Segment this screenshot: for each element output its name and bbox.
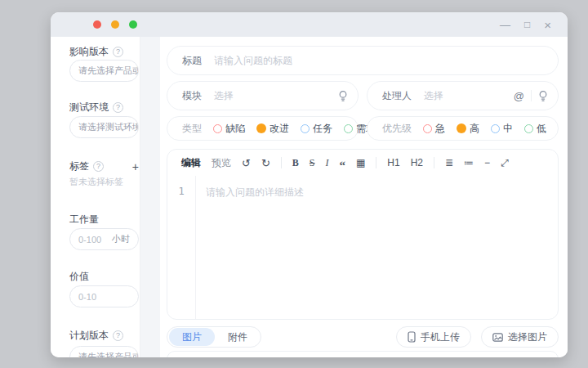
numbered-list-icon[interactable]: ≔ [464, 158, 474, 168]
blockquote-icon[interactable]: “ [340, 163, 346, 168]
lightbulb-icon[interactable] [538, 90, 548, 102]
radio-selected-icon [457, 123, 466, 133]
help-icon[interactable]: ? [93, 161, 104, 172]
tags-label: 标签 ? [69, 160, 104, 173]
horizontal-rule-icon[interactable]: − [484, 158, 490, 168]
description-placeholder: 请输入问题的详细描述 [196, 176, 304, 319]
table-icon[interactable]: ▦ [356, 158, 365, 168]
editor-toolbar: 编辑 预览 ↺ ↻ B S I “ ▦ H1 H2 ≣ ≔ − [167, 150, 558, 176]
title-label: 标题 [182, 54, 202, 68]
phone-icon [408, 331, 416, 343]
upload-dropzone[interactable] [167, 351, 559, 357]
app-window: — □ × 影响版本 ? 请先选择产品或模块 测试环境 ? 请选择测试环境 [51, 12, 568, 357]
phone-upload-button[interactable]: 手机上传 [396, 326, 471, 348]
editor-content[interactable]: 1 请输入问题的详细描述 [167, 176, 558, 319]
tab-files[interactable]: 附件 [215, 328, 261, 346]
priority-option-low[interactable]: 低 [524, 122, 546, 136]
titlebar: — □ × [51, 12, 568, 37]
help-icon[interactable]: ? [113, 47, 123, 57]
minimize-icon[interactable]: — [500, 20, 510, 30]
planned-version-select[interactable]: 请先选择产品或模块 [69, 346, 139, 357]
heading1-icon[interactable]: H1 [387, 158, 399, 168]
test-env-label: 测试环境 ? [69, 101, 140, 114]
tab-preview[interactable]: 预览 [212, 156, 231, 170]
traffic-lights [93, 20, 137, 29]
module-label: 模块 [182, 89, 202, 103]
lightbulb-icon[interactable] [338, 90, 348, 102]
strikethrough-icon[interactable]: S [310, 158, 315, 168]
divider [281, 157, 282, 168]
close-icon[interactable]: × [544, 19, 551, 31]
main-form: 标题 请输入问题的标题 模块 选择 处理人 选择 [160, 37, 568, 357]
radio-icon [423, 124, 432, 133]
radio-icon [344, 124, 353, 133]
type-label: 类型 [182, 122, 202, 136]
value-placeholder: 0-10 [78, 292, 96, 302]
radio-icon [301, 124, 310, 133]
help-icon[interactable]: ? [113, 102, 123, 113]
workload-placeholder: 0-100 [78, 235, 101, 245]
value-input[interactable]: 0-10 [69, 285, 139, 307]
divider [434, 157, 434, 168]
affected-version-label: 影响版本 ? [69, 46, 140, 58]
title-placeholder: 请输入问题的标题 [214, 54, 292, 68]
type-option-defect[interactable]: 缺陷 [213, 122, 245, 136]
close-traffic-light[interactable] [93, 20, 101, 29]
description-editor: 编辑 预览 ↺ ↻ B S I “ ▦ H1 H2 ≣ ≔ − [167, 149, 559, 320]
divider [531, 90, 532, 101]
priority-label: 优先级 [382, 122, 412, 136]
radio-icon [491, 124, 500, 133]
zoom-traffic-light[interactable] [129, 20, 137, 29]
maximize-icon[interactable]: □ [524, 20, 530, 29]
line-number: 1 [167, 176, 196, 319]
help-icon[interactable]: ? [113, 330, 123, 341]
type-option-improve[interactable]: 改进 [256, 122, 289, 136]
bold-icon[interactable]: B [292, 158, 299, 168]
sidebar-main-gutter [140, 37, 160, 357]
tags-empty-text: 暂未选择标签 [69, 176, 140, 188]
planned-version-value: 请先选择产品或模块 [78, 351, 139, 357]
planned-version-label: 计划版本 ? [69, 330, 140, 342]
workload-label: 工作量 [69, 213, 140, 226]
test-env-select[interactable]: 请选择测试环境 [69, 116, 139, 138]
type-option-task[interactable]: 任务 [301, 122, 332, 136]
undo-icon[interactable]: ↺ [242, 158, 251, 168]
tab-images[interactable]: 图片 [169, 328, 215, 346]
priority-field: 优先级 急 高 中 低 [367, 116, 559, 141]
assignee-label: 处理人 [382, 89, 412, 103]
select-image-button[interactable]: 选择图片 [481, 326, 559, 348]
heading2-icon[interactable]: H2 [411, 158, 423, 168]
affected-version-select[interactable]: 请先选择产品或模块 [69, 60, 139, 82]
redo-icon[interactable]: ↻ [261, 158, 270, 168]
image-icon [492, 333, 503, 342]
sidebar: 影响版本 ? 请先选择产品或模块 测试环境 ? 请选择测试环境 标签 ? + [51, 37, 140, 357]
tab-edit[interactable]: 编辑 [181, 156, 201, 170]
italic-icon[interactable]: I [326, 158, 329, 168]
title-field[interactable]: 标题 请输入问题的标题 [167, 46, 559, 75]
module-field[interactable]: 模块 选择 [167, 81, 359, 110]
radio-icon [213, 124, 222, 133]
minimize-traffic-light[interactable] [111, 20, 119, 29]
workload-input[interactable]: 0-100 小时 [69, 228, 139, 250]
workload-unit: 小时 [112, 233, 130, 245]
bullet-list-icon[interactable]: ≣ [445, 158, 453, 168]
module-placeholder: 选择 [214, 89, 234, 103]
test-env-value: 请选择测试环境 [78, 121, 139, 133]
assignee-field[interactable]: 处理人 选择 @ [367, 81, 559, 110]
mention-icon[interactable]: @ [514, 90, 524, 102]
value-label: 价值 [69, 271, 140, 283]
type-field: 类型 缺陷 改进 任务 需求 [167, 116, 359, 141]
priority-option-high[interactable]: 高 [457, 122, 479, 136]
attachment-tabs: 图片 附件 [167, 326, 261, 348]
priority-option-urgent[interactable]: 急 [423, 122, 445, 136]
fullscreen-icon[interactable]: ⤢ [501, 158, 509, 168]
add-tag-icon[interactable]: + [132, 161, 139, 173]
radio-selected-icon [256, 123, 266, 133]
priority-option-medium[interactable]: 中 [491, 122, 513, 136]
affected-version-value: 请先选择产品或模块 [78, 65, 139, 77]
assignee-placeholder: 选择 [424, 89, 443, 103]
divider [376, 157, 376, 168]
radio-icon [524, 124, 533, 133]
